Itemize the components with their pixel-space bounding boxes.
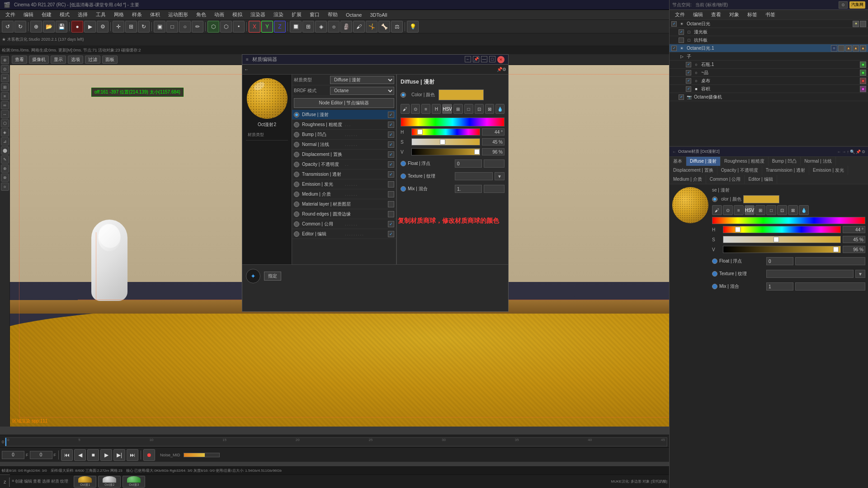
oct-tab-displacement[interactable]: Displacement | 置换 [670, 166, 717, 175]
edge-btn[interactable]: ⬡ [220, 21, 232, 33]
bottom-menu-icon[interactable]: ≡ [12, 479, 14, 484]
oct-mat-settings[interactable]: ⚙ [862, 150, 865, 154]
tree-check-volume[interactable]: ✓ [686, 86, 691, 92]
play-record[interactable]: ⏺ [143, 449, 155, 461]
right-h-slider[interactable] [723, 226, 841, 233]
menu-window[interactable]: 窗口 [306, 10, 323, 19]
mat-prop-check-bump[interactable]: ✓ [388, 131, 394, 138]
right-v-slider[interactable] [723, 246, 841, 253]
s-slider[interactable] [411, 138, 480, 145]
menu-render[interactable]: 渲染 [270, 10, 287, 19]
right-tool-4[interactable]: ⊞ [755, 205, 765, 215]
play-prev-frame[interactable]: ◀ [74, 449, 86, 461]
rotate-tool[interactable]: ↻ [138, 21, 150, 33]
right-mix-input[interactable] [766, 282, 793, 291]
right-texture-menu[interactable]: ▼ [855, 270, 865, 278]
tree-check-tablecloth[interactable]: ✓ [686, 78, 691, 84]
mat-prop-check-roughness[interactable]: ✓ [388, 122, 394, 128]
menu-animate[interactable]: 动画 [211, 10, 228, 19]
color-tool-4[interactable]: H [432, 104, 441, 114]
side-icon-14[interactable]: ⊗ [1, 174, 9, 182]
right-tool-eyedrop[interactable]: 💧 [799, 205, 809, 215]
mat-prop-check-normal[interactable]: ✓ [388, 141, 394, 148]
oct-mat-up-arrow[interactable]: ↑ [847, 150, 849, 154]
mat-prop-check-material-layer[interactable] [388, 201, 394, 207]
menu-spline[interactable]: 样条 [128, 10, 146, 19]
tree-check-octane-sun[interactable]: ✓ [671, 21, 677, 27]
oct-tab-medium[interactable]: Medium | 介质 [670, 175, 706, 184]
render-btn[interactable]: ● [71, 21, 83, 33]
mat-type-select[interactable]: Diffuse | 漫射 [330, 76, 394, 84]
select-circle[interactable]: ○ [179, 21, 191, 33]
select-box[interactable]: □ [166, 21, 178, 33]
tree-check-octane-sun-1[interactable]: ✓ [671, 46, 677, 51]
right-mix-radio[interactable] [712, 284, 717, 289]
menu-help[interactable]: 帮助 [324, 10, 341, 19]
tree-item-bottle[interactable]: ✓ ○ 石瓶.1 ● [670, 61, 868, 69]
mat-prop-check-displacement[interactable]: ✓ [388, 151, 394, 158]
menu-simulate[interactable]: 模拟 [229, 10, 246, 19]
bottom-menu-create[interactable]: 创建 [15, 479, 23, 484]
mat-item-2[interactable]: Oct漫2 [98, 476, 121, 488]
right-menu-edit[interactable]: 编辑 [689, 10, 707, 19]
menu-tools[interactable]: 工具 [92, 10, 109, 19]
oct-tab-common[interactable]: Common | 公用 [706, 175, 745, 184]
side-icon-1[interactable]: ⊕ [1, 56, 9, 64]
mat-pin-button[interactable]: 📌 [473, 56, 479, 62]
right-menu-object[interactable]: 对象 [726, 10, 743, 19]
tree-check-camera[interactable]: ✓ [679, 94, 684, 100]
point-btn[interactable]: • [233, 21, 245, 33]
mat-item-3[interactable]: Oct漫3 [123, 476, 145, 488]
play-stop[interactable]: ■ [87, 449, 99, 461]
right-tool-6[interactable]: ⊡ [777, 205, 787, 215]
color-tool-1[interactable]: 🖌 [401, 104, 410, 114]
tree-check-diffuse-board[interactable]: ✓ [679, 29, 684, 35]
mat-prop-check-medium[interactable] [388, 191, 394, 197]
assign-button[interactable]: 指定 [264, 272, 281, 281]
vp-filter[interactable]: 过滤 [85, 56, 100, 64]
soft-sel[interactable]: ⌾ [328, 21, 340, 33]
mat-back-nav[interactable]: ← [244, 67, 249, 72]
bottom-menu-view[interactable]: 查看 [33, 479, 41, 484]
tree-item-tablecloth[interactable]: ✓ ○ 桌布 ● [670, 77, 868, 85]
right-v-input[interactable] [843, 246, 865, 253]
vp-view[interactable]: 查看 [12, 56, 27, 64]
right-tool-2[interactable]: ⊙ [723, 205, 733, 215]
right-color-radio[interactable] [712, 197, 717, 202]
v-slider[interactable] [411, 148, 480, 155]
h-input[interactable] [482, 128, 505, 136]
paint-btn[interactable]: 🖌 [353, 21, 365, 33]
mat-back-button[interactable]: ← [465, 56, 471, 62]
menu-select[interactable]: 选择 [74, 10, 91, 19]
menu-render-menu[interactable]: 渲染器 [247, 10, 269, 19]
mat-min-button[interactable]: — [481, 56, 487, 62]
mat-prop-check-round-edges[interactable] [388, 211, 394, 217]
render-settings[interactable]: ⚙ [97, 21, 108, 33]
mat-prop-check-transmission[interactable]: ✓ [388, 171, 394, 178]
right-tool-hsv[interactable]: HSV [745, 205, 755, 215]
select-all[interactable]: ▣ [154, 21, 165, 33]
side-icon-5[interactable]: ≡ [1, 92, 9, 100]
color-tool-6[interactable]: □ [464, 104, 473, 114]
sym-btn[interactable]: ◈ [315, 21, 327, 33]
mat-prop-editor[interactable]: Editor | 编辑 ......... ✓ [292, 229, 396, 239]
menu-mode[interactable]: 模式 [56, 10, 73, 19]
mat-prop-medium[interactable]: Medium | 介质 ...... [292, 189, 396, 199]
sculpt-btn[interactable]: 🗿 [340, 21, 352, 33]
oct-tab-emission[interactable]: Emission | 发光 [809, 166, 848, 175]
menu-file[interactable]: 文件 [2, 10, 19, 19]
right-menu-tag[interactable]: 标签 [744, 10, 761, 19]
mat-prop-check-diffuse[interactable]: ✓ [388, 112, 394, 118]
new-button[interactable]: ⊕ [30, 21, 42, 33]
side-icon-9[interactable]: ◈ [1, 128, 9, 136]
save-button[interactable]: 💾 [56, 21, 67, 33]
play-last-frame[interactable]: ⏭ [127, 449, 138, 461]
tree-item-octane-sun-1[interactable]: ✓ ☀ Octane日光.1 ○ ▲ ▲ ▲ [670, 44, 868, 52]
s-input[interactable] [482, 138, 505, 145]
mat-nav-pin[interactable]: 📌 [497, 67, 502, 72]
select-free[interactable]: ✏ [192, 21, 203, 33]
right-h-input[interactable] [843, 226, 865, 233]
side-icon-3[interactable]: ✂ [1, 74, 9, 82]
color-tool-5[interactable]: ⊞ [453, 104, 462, 114]
oct-tab-roughness[interactable]: Roughness | 粗糙度 [721, 157, 769, 166]
